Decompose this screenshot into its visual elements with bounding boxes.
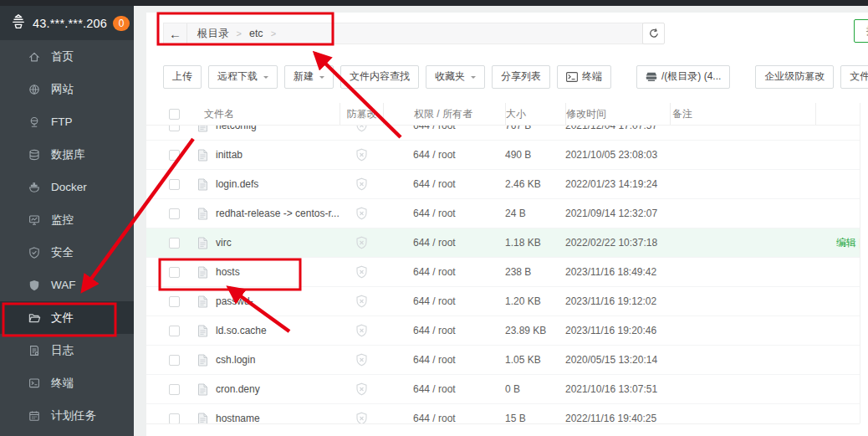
sidebar-item-database[interactable]: 数据库 bbox=[0, 138, 134, 171]
file-row[interactable]: virc644 / root1.18 KB2022/02/22 10:37:18… bbox=[146, 228, 860, 258]
root-dir-select[interactable]: /(根目录) (4... bbox=[636, 65, 730, 89]
tamper-cell bbox=[340, 207, 383, 220]
sidebar-item-label: 日志 bbox=[51, 343, 74, 358]
terminal-button[interactable]: 终端 bbox=[557, 65, 611, 89]
tamper-shield-icon[interactable] bbox=[355, 382, 368, 396]
sidebar-item-label: 终端 bbox=[51, 376, 74, 391]
file-mtime: 2022/02/22 10:37:18 bbox=[565, 237, 670, 249]
file-mtime: 2023/11/16 18:49:42 bbox=[565, 266, 670, 278]
file-permissions: 644 / root bbox=[383, 413, 505, 423]
row-checkbox[interactable] bbox=[169, 384, 180, 395]
file-size: 490 B bbox=[505, 149, 565, 161]
column-header: 防篡改 bbox=[340, 103, 383, 125]
tamper-shield-icon[interactable] bbox=[355, 353, 368, 367]
breadcrumb-current-link[interactable]: etc bbox=[249, 28, 263, 39]
sidebar-item-monitor[interactable]: 监控 bbox=[0, 203, 134, 236]
share-list-button[interactable]: 分享列表 bbox=[492, 65, 550, 89]
file-size: 767 B bbox=[505, 126, 565, 131]
tamper-cell bbox=[340, 148, 383, 162]
sidebar-item-security[interactable]: 安全 bbox=[0, 236, 134, 269]
row-checkbox[interactable] bbox=[169, 267, 180, 278]
upload-button[interactable]: 上传 bbox=[163, 65, 202, 89]
terminal-icon bbox=[28, 377, 41, 390]
row-checkbox[interactable] bbox=[169, 326, 180, 336]
file-name[interactable]: cron.deny bbox=[216, 383, 340, 395]
row-checkbox[interactable] bbox=[169, 296, 180, 307]
sidebar-item-cron[interactable]: 计划任务 bbox=[0, 399, 134, 432]
sidebar-item-logs[interactable]: 日志 bbox=[0, 334, 134, 367]
row-checkbox[interactable] bbox=[169, 150, 180, 161]
file-name[interactable]: login.defs bbox=[216, 178, 340, 190]
tamper-shield-icon[interactable] bbox=[355, 148, 368, 162]
tamper-protect-button[interactable]: 企业级防篡改 bbox=[755, 65, 834, 89]
tamper-cell bbox=[340, 324, 383, 337]
tamper-shield-icon[interactable] bbox=[355, 295, 368, 308]
security-icon bbox=[28, 246, 41, 259]
row-checkbox[interactable] bbox=[169, 208, 180, 219]
file-name[interactable]: csh.login bbox=[216, 354, 340, 366]
select-all-checkbox[interactable] bbox=[169, 109, 180, 120]
content-search-button[interactable]: 文件内容查找 bbox=[340, 65, 419, 89]
row-checkbox[interactable] bbox=[169, 355, 180, 366]
tamper-shield-icon[interactable] bbox=[355, 236, 368, 249]
file-name[interactable]: hostname bbox=[216, 413, 340, 423]
row-checkbox[interactable] bbox=[169, 238, 180, 249]
sidebar-item-home[interactable]: 首页 bbox=[0, 40, 134, 73]
list-scrollbar[interactable] bbox=[860, 103, 868, 423]
tamper-shield-icon[interactable] bbox=[355, 177, 368, 191]
sidebar-item-waf[interactable]: WAF bbox=[0, 269, 134, 301]
file-mtime: 2022/11/16 19:40:25 bbox=[565, 413, 670, 423]
file-row[interactable]: netconfig644 / root767 B2021/12/04 17:07… bbox=[146, 126, 860, 141]
row-action-links[interactable]: 编辑 | 复制 bbox=[836, 236, 860, 250]
tamper-shield-icon[interactable] bbox=[355, 412, 368, 423]
row-checkbox[interactable] bbox=[169, 126, 180, 131]
file-row[interactable]: csh.login644 / root1.05 KB2020/05/15 13:… bbox=[146, 346, 860, 375]
file-row[interactable]: hostname644 / root15 B2022/11/16 19:40:2… bbox=[146, 404, 860, 423]
file-name[interactable]: inittab bbox=[216, 149, 340, 161]
sidebar-item-ftp[interactable]: FTP bbox=[0, 105, 134, 138]
back-button[interactable]: ← bbox=[164, 23, 187, 44]
file-name[interactable]: hosts bbox=[216, 266, 340, 278]
column-header: 大小 bbox=[505, 103, 565, 125]
file-size: 24 B bbox=[505, 208, 565, 219]
file-name[interactable]: ld.so.cache bbox=[216, 325, 340, 336]
sidebar-item-docker[interactable]: Docker bbox=[0, 171, 134, 203]
message-count-badge[interactable]: 0 bbox=[113, 16, 130, 31]
file-toolbar: 上传远程下载新建文件内容查找收藏夹分享列表终端/(根目录) (4...企业级防篡… bbox=[163, 64, 868, 89]
breadcrumb-root-link[interactable]: 根目录 bbox=[197, 27, 229, 41]
row-checkbox[interactable] bbox=[169, 413, 180, 424]
sidebar-item-terminal[interactable]: 终端 bbox=[0, 367, 134, 399]
search-button[interactable]: 搜索 bbox=[854, 19, 868, 43]
file-name[interactable]: netconfig bbox=[216, 126, 340, 131]
file-name[interactable]: redhat-release -> centos-r... bbox=[216, 208, 340, 219]
sidebar-item-files[interactable]: 文件 bbox=[0, 301, 134, 334]
tamper-shield-icon[interactable] bbox=[355, 265, 368, 279]
file-row[interactable]: hosts644 / root238 B2023/11/16 18:49:42 bbox=[146, 258, 860, 287]
files-icon bbox=[28, 311, 41, 325]
file-name[interactable]: virc bbox=[216, 237, 340, 249]
file-size: 15 B bbox=[505, 413, 565, 423]
refresh-button[interactable] bbox=[642, 23, 665, 44]
file-sync-button[interactable]: 文件同步 bbox=[840, 65, 868, 89]
file-manager-panel: ← 根目录 > etc > 搜索 上传远程下载新建文件内容查找收藏夹分享列表终端… bbox=[146, 13, 868, 436]
file-row[interactable]: passwd-644 / root1.20 KB2023/11/16 19:12… bbox=[146, 287, 860, 316]
tamper-shield-icon[interactable] bbox=[355, 324, 368, 337]
database-icon bbox=[28, 148, 41, 162]
file-row[interactable]: inittab644 / root490 B2021/10/05 23:08:0… bbox=[146, 141, 860, 170]
toolbar-button-label: 上传 bbox=[172, 69, 192, 84]
file-row[interactable]: redhat-release -> centos-r...644 / root2… bbox=[146, 199, 860, 228]
new-button[interactable]: 新建 bbox=[284, 65, 334, 89]
file-row[interactable]: ld.so.cache644 / root23.89 KB2023/11/16 … bbox=[146, 316, 860, 346]
favorites-button[interactable]: 收藏夹 bbox=[426, 65, 485, 89]
row-checkbox[interactable] bbox=[169, 179, 180, 190]
tamper-shield-icon[interactable] bbox=[355, 126, 368, 132]
tamper-shield-icon[interactable] bbox=[355, 207, 368, 220]
cron-icon bbox=[28, 409, 41, 423]
file-mtime: 2021/12/04 17:07:57 bbox=[565, 126, 670, 131]
sidebar-item-website[interactable]: 网站 bbox=[0, 73, 134, 105]
file-row[interactable]: cron.deny644 / root0 B2021/10/16 13:07:5… bbox=[146, 375, 860, 404]
file-name[interactable]: passwd- bbox=[216, 295, 340, 307]
file-icon bbox=[197, 149, 208, 162]
file-row[interactable]: login.defs644 / root2.46 KB2022/01/23 14… bbox=[146, 170, 860, 199]
remote-download-button[interactable]: 远程下载 bbox=[208, 65, 278, 89]
